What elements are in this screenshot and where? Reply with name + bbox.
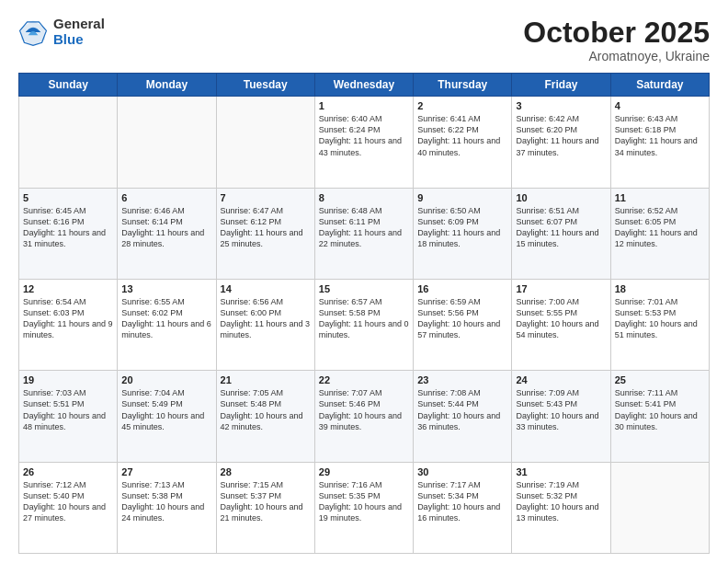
calendar-cell: 10Sunrise: 6:51 AM Sunset: 6:07 PM Dayli… <box>512 188 610 279</box>
day-info: Sunrise: 7:08 AM Sunset: 5:44 PM Dayligh… <box>417 387 507 432</box>
day-info: Sunrise: 6:46 AM Sunset: 6:14 PM Dayligh… <box>121 205 211 250</box>
calendar-cell: 21Sunrise: 7:05 AM Sunset: 5:48 PM Dayli… <box>216 371 314 462</box>
calendar-cell: 20Sunrise: 7:04 AM Sunset: 5:49 PM Dayli… <box>118 371 216 462</box>
day-number: 4 <box>615 100 705 111</box>
day-info: Sunrise: 7:13 AM Sunset: 5:38 PM Dayligh… <box>121 479 211 524</box>
day-info: Sunrise: 7:03 AM Sunset: 5:51 PM Dayligh… <box>23 387 113 432</box>
day-info: Sunrise: 6:55 AM Sunset: 6:02 PM Dayligh… <box>121 296 211 341</box>
day-number: 30 <box>417 466 507 477</box>
day-number: 18 <box>615 283 705 294</box>
title-block: October 2025 Aromatnoye, Ukraine <box>523 17 710 63</box>
day-number: 1 <box>319 100 409 111</box>
day-info: Sunrise: 7:07 AM Sunset: 5:46 PM Dayligh… <box>319 387 409 432</box>
day-info: Sunrise: 6:57 AM Sunset: 5:58 PM Dayligh… <box>319 296 409 341</box>
calendar-cell: 4Sunrise: 6:43 AM Sunset: 6:18 PM Daylig… <box>610 97 709 188</box>
day-number: 15 <box>319 283 409 294</box>
weekday-header-monday: Monday <box>118 74 216 97</box>
day-info: Sunrise: 7:00 AM Sunset: 5:55 PM Dayligh… <box>516 296 606 341</box>
day-info: Sunrise: 6:41 AM Sunset: 6:22 PM Dayligh… <box>417 113 507 158</box>
day-info: Sunrise: 6:52 AM Sunset: 6:05 PM Dayligh… <box>615 205 705 250</box>
calendar-table: SundayMondayTuesdayWednesdayThursdayFrid… <box>18 73 710 554</box>
day-number: 9 <box>417 192 507 203</box>
weekday-header-saturday: Saturday <box>610 74 709 97</box>
day-number: 7 <box>221 192 311 203</box>
day-number: 25 <box>615 374 705 385</box>
day-info: Sunrise: 6:45 AM Sunset: 6:16 PM Dayligh… <box>23 205 113 250</box>
logo-icon <box>18 17 48 47</box>
calendar-cell: 6Sunrise: 6:46 AM Sunset: 6:14 PM Daylig… <box>118 188 216 279</box>
day-info: Sunrise: 7:04 AM Sunset: 5:49 PM Dayligh… <box>121 387 211 432</box>
day-info: Sunrise: 7:01 AM Sunset: 5:53 PM Dayligh… <box>615 296 705 341</box>
calendar-cell: 8Sunrise: 6:48 AM Sunset: 6:11 PM Daylig… <box>314 188 413 279</box>
weekday-header-tuesday: Tuesday <box>216 74 314 97</box>
day-info: Sunrise: 7:12 AM Sunset: 5:40 PM Dayligh… <box>23 479 113 524</box>
day-number: 27 <box>121 466 211 477</box>
calendar-cell: 16Sunrise: 6:59 AM Sunset: 5:56 PM Dayli… <box>414 279 512 370</box>
day-number: 5 <box>23 192 113 203</box>
month-title: October 2025 <box>523 17 710 49</box>
calendar-cell: 1Sunrise: 6:40 AM Sunset: 6:24 PM Daylig… <box>314 97 413 188</box>
logo-general-text: General <box>53 17 105 32</box>
day-info: Sunrise: 6:47 AM Sunset: 6:12 PM Dayligh… <box>221 205 311 250</box>
weekday-row: SundayMondayTuesdayWednesdayThursdayFrid… <box>19 74 710 97</box>
calendar-cell: 27Sunrise: 7:13 AM Sunset: 5:38 PM Dayli… <box>118 462 216 553</box>
calendar-cell <box>19 97 118 188</box>
day-number: 13 <box>121 283 211 294</box>
calendar-cell: 9Sunrise: 6:50 AM Sunset: 6:09 PM Daylig… <box>414 188 512 279</box>
calendar-cell: 17Sunrise: 7:00 AM Sunset: 5:55 PM Dayli… <box>512 279 610 370</box>
page: General Blue October 2025 Aromatnoye, Uk… <box>0 0 728 563</box>
calendar-cell: 22Sunrise: 7:07 AM Sunset: 5:46 PM Dayli… <box>314 371 413 462</box>
calendar-cell: 29Sunrise: 7:16 AM Sunset: 5:35 PM Dayli… <box>314 462 413 553</box>
calendar-cell: 14Sunrise: 6:56 AM Sunset: 6:00 PM Dayli… <box>216 279 314 370</box>
calendar-body: 1Sunrise: 6:40 AM Sunset: 6:24 PM Daylig… <box>19 97 710 554</box>
logo-blue-text: Blue <box>53 32 105 48</box>
calendar-cell: 26Sunrise: 7:12 AM Sunset: 5:40 PM Dayli… <box>19 462 118 553</box>
day-info: Sunrise: 7:16 AM Sunset: 5:35 PM Dayligh… <box>319 479 409 524</box>
day-info: Sunrise: 6:42 AM Sunset: 6:20 PM Dayligh… <box>516 113 606 158</box>
day-number: 26 <box>23 466 113 477</box>
calendar-cell <box>118 97 216 188</box>
calendar-cell: 24Sunrise: 7:09 AM Sunset: 5:43 PM Dayli… <box>512 371 610 462</box>
day-number: 19 <box>23 374 113 385</box>
calendar-cell <box>610 462 709 553</box>
day-number: 10 <box>516 192 606 203</box>
day-number: 6 <box>121 192 211 203</box>
day-number: 16 <box>417 283 507 294</box>
weekday-header-sunday: Sunday <box>19 74 118 97</box>
day-info: Sunrise: 6:54 AM Sunset: 6:03 PM Dayligh… <box>23 296 113 341</box>
header: General Blue October 2025 Aromatnoye, Uk… <box>18 17 710 63</box>
calendar-week-0: 1Sunrise: 6:40 AM Sunset: 6:24 PM Daylig… <box>19 97 710 188</box>
calendar-cell: 23Sunrise: 7:08 AM Sunset: 5:44 PM Dayli… <box>414 371 512 462</box>
calendar-cell: 2Sunrise: 6:41 AM Sunset: 6:22 PM Daylig… <box>414 97 512 188</box>
day-info: Sunrise: 7:17 AM Sunset: 5:34 PM Dayligh… <box>417 479 507 524</box>
calendar-cell: 28Sunrise: 7:15 AM Sunset: 5:37 PM Dayli… <box>216 462 314 553</box>
day-number: 24 <box>516 374 606 385</box>
day-number: 17 <box>516 283 606 294</box>
logo-text: General Blue <box>53 17 105 47</box>
calendar-week-3: 19Sunrise: 7:03 AM Sunset: 5:51 PM Dayli… <box>19 371 710 462</box>
calendar-week-1: 5Sunrise: 6:45 AM Sunset: 6:16 PM Daylig… <box>19 188 710 279</box>
day-info: Sunrise: 7:11 AM Sunset: 5:41 PM Dayligh… <box>615 387 705 432</box>
day-info: Sunrise: 7:05 AM Sunset: 5:48 PM Dayligh… <box>221 387 311 432</box>
day-number: 12 <box>23 283 113 294</box>
calendar-cell: 13Sunrise: 6:55 AM Sunset: 6:02 PM Dayli… <box>118 279 216 370</box>
weekday-header-thursday: Thursday <box>414 74 512 97</box>
location: Aromatnoye, Ukraine <box>523 49 710 63</box>
calendar-cell: 30Sunrise: 7:17 AM Sunset: 5:34 PM Dayli… <box>414 462 512 553</box>
day-number: 28 <box>221 466 311 477</box>
calendar-cell: 31Sunrise: 7:19 AM Sunset: 5:32 PM Dayli… <box>512 462 610 553</box>
day-info: Sunrise: 7:15 AM Sunset: 5:37 PM Dayligh… <box>221 479 311 524</box>
calendar-cell: 7Sunrise: 6:47 AM Sunset: 6:12 PM Daylig… <box>216 188 314 279</box>
calendar-cell: 15Sunrise: 6:57 AM Sunset: 5:58 PM Dayli… <box>314 279 413 370</box>
day-number: 29 <box>319 466 409 477</box>
logo: General Blue <box>18 17 105 47</box>
day-number: 21 <box>221 374 311 385</box>
day-number: 23 <box>417 374 507 385</box>
calendar-cell <box>216 97 314 188</box>
day-number: 14 <box>221 283 311 294</box>
day-number: 31 <box>516 466 606 477</box>
calendar-week-4: 26Sunrise: 7:12 AM Sunset: 5:40 PM Dayli… <box>19 462 710 553</box>
day-info: Sunrise: 6:43 AM Sunset: 6:18 PM Dayligh… <box>615 113 705 158</box>
day-info: Sunrise: 6:51 AM Sunset: 6:07 PM Dayligh… <box>516 205 606 250</box>
day-number: 8 <box>319 192 409 203</box>
